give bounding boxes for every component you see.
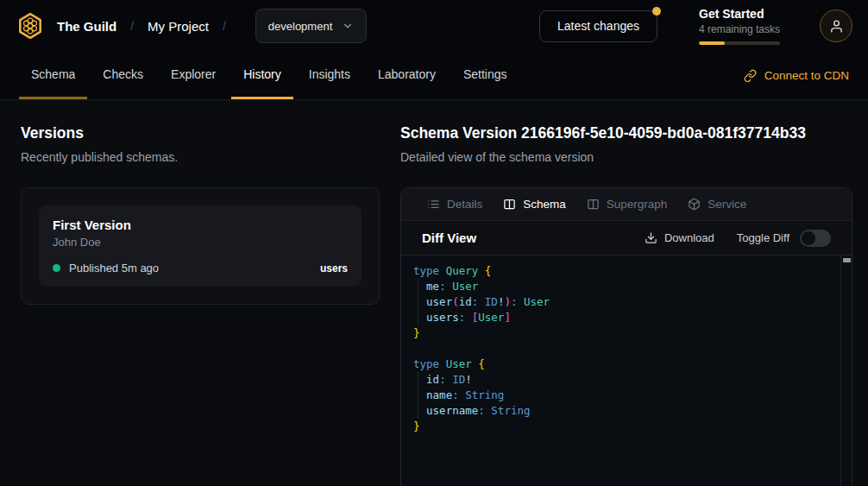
schema-version-subtitle: Detailed view of the schema version [400,150,852,164]
nav-tab-history[interactable]: History [231,52,293,99]
code-scrollbar[interactable] [840,256,852,486]
columns-icon [587,198,600,211]
schema-version-detail: Schema Version 2166196f-5e10-4059-bd0a-0… [400,100,868,486]
app-header: The Guild / My Project / development Lat… [0,0,868,52]
connect-to-cdn-button[interactable]: Connect to CDN [744,52,849,99]
code-line [413,341,831,357]
get-started-subtitle: 4 remaining tasks [699,23,780,35]
box-icon [688,198,701,211]
detail-tab-label: Service [708,198,746,211]
connect-to-cdn-label: Connect to CDN [764,69,849,82]
schema-detail-card: DetailsSchemaSupergraphService Diff View… [400,187,852,486]
download-icon [645,231,657,244]
latest-changes-label: Latest changes [557,19,639,33]
published-status-dot [53,264,60,272]
nav-tab-explorer[interactable]: Explorer [159,52,228,99]
version-author: John Doe [53,236,348,249]
columns-icon [503,198,516,211]
hive-logo[interactable] [16,11,45,41]
code-line: type User { [413,357,831,372]
target-selector-value: development [268,20,332,33]
content-area: Versions Recently published schemas. Fir… [0,100,868,486]
version-status-row: Published 5m ago users [53,262,348,275]
detail-tabs: DetailsSchemaSupergraphService [401,188,852,221]
detail-tab-schema[interactable]: Schema [493,188,576,220]
code-line: username: String [413,403,831,419]
code-line: } [413,419,831,434]
progress-fill [699,41,725,45]
toggle-knob [802,231,815,245]
detail-tab-label: Schema [523,198,566,211]
nav-tab-laboratory[interactable]: Laboratory [366,52,448,99]
user-avatar[interactable] [820,9,852,42]
nav-tabs: SchemaChecksExplorerHistoryInsightsLabor… [19,52,523,99]
versions-title: Versions [21,124,380,142]
latest-changes-button[interactable]: Latest changes [539,10,657,42]
diff-view-title: Diff View [422,230,476,245]
hive-logo-icon [16,11,45,41]
version-status-text: Published 5m ago [69,262,159,275]
breadcrumb-separator: / [223,19,226,33]
code-line: } [413,325,831,341]
breadcrumb-separator: / [130,19,134,33]
code-line: users: [User] [413,310,831,325]
detail-tab-supergraph[interactable]: Supergraph [576,188,678,220]
scrollbar-thumb[interactable] [843,258,851,262]
toggle-diff-group: Toggle Diff [737,230,831,247]
diff-actions: Download Toggle Diff [645,230,831,247]
version-list-item[interactable]: First Version John Doe Published 5m ago … [39,205,362,287]
get-started-progress-bar [699,41,780,45]
list-icon [427,198,440,211]
toggle-diff-switch[interactable] [800,230,831,247]
chevron-down-icon [342,20,354,32]
code-line: id: ID! [413,372,831,388]
nav-tab-settings[interactable]: Settings [451,52,519,99]
version-name: First Version [53,218,348,232]
versions-list-card: First Version John Doe Published 5m ago … [21,187,380,305]
get-started-widget[interactable]: Get Started 4 remaining tasks [699,7,780,45]
link-icon [744,69,757,82]
detail-tab-label: Supergraph [607,198,668,211]
nav-tab-schema[interactable]: Schema [19,52,87,99]
version-service-badge: users [320,262,348,275]
main-nav: SchemaChecksExplorerHistoryInsightsLabor… [0,52,868,100]
notification-dot [652,7,661,16]
user-icon [829,19,844,34]
code-line: user(id: ID!): User [413,294,831,310]
detail-tab-service[interactable]: Service [677,188,757,220]
code-lines: type Query { me: User user(id: ID!): Use… [413,263,831,434]
versions-subtitle: Recently published schemas. [21,150,380,164]
download-button[interactable]: Download [645,231,714,244]
diff-view-header: Diff View Download Toggle Diff [401,221,852,256]
code-line: name: String [413,388,831,403]
nav-tab-insights[interactable]: Insights [297,52,362,99]
breadcrumb-org[interactable]: The Guild [57,19,116,34]
detail-tab-label: Details [447,198,482,211]
download-label: Download [664,231,714,244]
nav-tab-checks[interactable]: Checks [91,52,155,99]
code-block[interactable]: type Query { me: User user(id: ID!): Use… [401,256,852,486]
breadcrumb-project[interactable]: My Project [148,19,209,34]
target-selector-dropdown[interactable]: development [255,9,367,43]
code-line: type Query { [413,263,831,279]
toggle-diff-label: Toggle Diff [737,231,789,244]
code-line: me: User [413,279,831,294]
schema-version-title: Schema Version 2166196f-5e10-4059-bd0a-0… [400,124,852,142]
get-started-title: Get Started [699,7,780,21]
versions-panel: Versions Recently published schemas. Fir… [0,100,400,486]
detail-tab-details[interactable]: Details [417,188,493,220]
